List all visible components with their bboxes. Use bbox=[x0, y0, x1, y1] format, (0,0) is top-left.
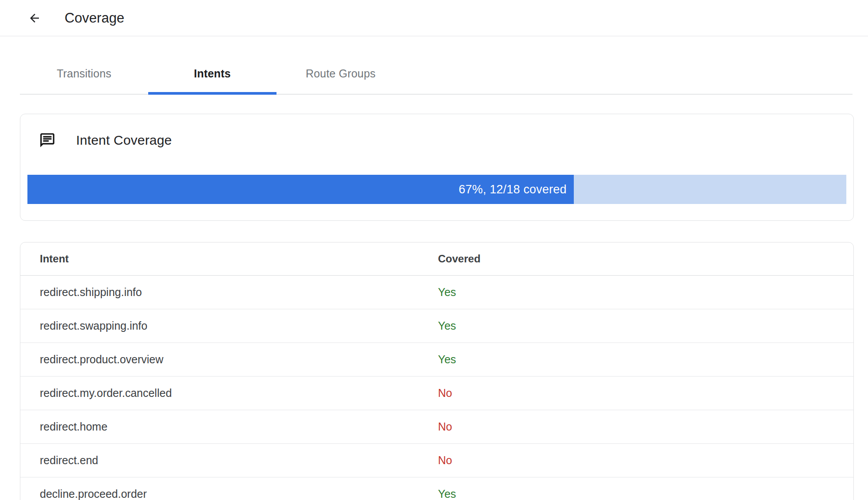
intent-name: redirect.home bbox=[20, 410, 438, 444]
coverage-progress-bar: 67%, 12/18 covered bbox=[27, 175, 846, 204]
covered-value: Yes bbox=[438, 477, 853, 500]
progress-fill: 67%, 12/18 covered bbox=[27, 175, 574, 204]
covered-value: No bbox=[438, 444, 853, 477]
table-row: redirect.end No bbox=[20, 444, 853, 477]
table-header-row: Intent Covered bbox=[20, 242, 853, 276]
app-bar: Coverage bbox=[0, 0, 868, 36]
card-title: Intent Coverage bbox=[76, 133, 172, 148]
table-row: redirect.product.overview Yes bbox=[20, 343, 853, 377]
page-title: Coverage bbox=[65, 10, 124, 26]
coverage-card-header: Intent Coverage bbox=[20, 114, 853, 149]
intent-coverage-table: Intent Covered redirect.shipping.info Ye… bbox=[20, 242, 853, 500]
back-button[interactable] bbox=[27, 11, 42, 26]
tab-route-groups[interactable]: Route Groups bbox=[277, 53, 405, 94]
covered-value: No bbox=[438, 377, 853, 410]
arrow-back-icon bbox=[28, 12, 41, 25]
covered-value: Yes bbox=[438, 276, 853, 309]
covered-value: No bbox=[438, 410, 853, 444]
intent-name: redirect.end bbox=[20, 444, 438, 477]
column-header-covered: Covered bbox=[438, 242, 853, 276]
intent-name: decline.proceed.order bbox=[20, 477, 438, 500]
intent-name: redirect.product.overview bbox=[20, 343, 438, 377]
chat-icon bbox=[39, 132, 56, 149]
intent-table-card: Intent Covered redirect.shipping.info Ye… bbox=[20, 242, 854, 500]
intent-name: redirect.swapping.info bbox=[20, 309, 438, 343]
tab-intents[interactable]: Intents bbox=[148, 53, 277, 94]
intent-coverage-card: Intent Coverage 67%, 12/18 covered bbox=[20, 114, 854, 221]
intent-name: redirect.shipping.info bbox=[20, 276, 438, 309]
covered-value: Yes bbox=[438, 309, 853, 343]
tab-transitions[interactable]: Transitions bbox=[20, 53, 148, 94]
column-header-intent: Intent bbox=[20, 242, 438, 276]
tab-bar: Transitions Intents Route Groups bbox=[20, 53, 853, 95]
table-row: redirect.home No bbox=[20, 410, 853, 444]
table-row: redirect.shipping.info Yes bbox=[20, 276, 853, 309]
table-row: decline.proceed.order Yes bbox=[20, 477, 853, 500]
progress-label: 67%, 12/18 covered bbox=[459, 183, 567, 196]
covered-value: Yes bbox=[438, 343, 853, 377]
table-row: redirect.swapping.info Yes bbox=[20, 309, 853, 343]
intent-name: redirect.my.order.cancelled bbox=[20, 377, 438, 410]
table-row: redirect.my.order.cancelled No bbox=[20, 377, 853, 410]
